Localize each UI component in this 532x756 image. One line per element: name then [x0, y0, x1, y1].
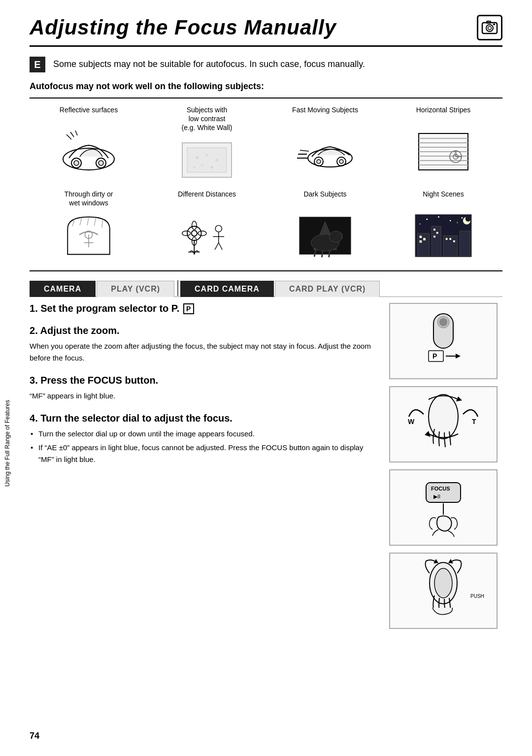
- svg-line-11: [70, 132, 74, 137]
- svg-point-18: [201, 164, 203, 166]
- svg-text:PUSH: PUSH: [470, 593, 484, 599]
- subject-img-dark-subjects: [291, 211, 360, 261]
- svg-point-86: [420, 224, 421, 225]
- svg-point-16: [206, 154, 208, 156]
- subject-img-horizontal-stripes: [409, 127, 478, 176]
- mode-tabs: CAMERA PLAY (VCR) CARD CAMERA CARD PLAY …: [30, 280, 502, 297]
- step-4-title: 4. Turn the selector dial to adjust the …: [30, 413, 379, 424]
- svg-rect-79: [446, 238, 448, 240]
- step-2-text: When you operate the zoom after adjustin…: [30, 340, 379, 364]
- subject-dirty-windows: Through dirty or wet windows: [30, 190, 148, 261]
- step-3-title: 3. Press the FOCUS button.: [30, 375, 379, 386]
- illus-zoom: W T: [389, 386, 498, 462]
- section-intro-row: E Some subjects may not be suitable for …: [30, 56, 502, 72]
- svg-point-57: [198, 231, 206, 236]
- svg-line-12: [75, 131, 77, 135]
- tab-play-vcr[interactable]: PLAY (VCR): [97, 281, 174, 297]
- svg-point-17: [215, 159, 218, 162]
- subject-img-low-contrast: [172, 135, 241, 185]
- subject-img-different-distances: [172, 211, 241, 261]
- svg-line-28: [300, 150, 309, 151]
- svg-rect-74: [420, 240, 422, 243]
- step-4-bullets: Turn the selector dial up or down until …: [30, 428, 379, 465]
- page-header: Adjusting the Focus Manually: [30, 15, 502, 47]
- svg-text:P: P: [432, 352, 437, 360]
- page-number: 74: [30, 731, 39, 741]
- tab-camera[interactable]: CAMERA: [30, 281, 96, 297]
- subjects-grid: Reflective surfaces: [30, 98, 502, 271]
- subject-horizontal-stripes: Horizontal Stripes: [384, 105, 502, 185]
- tab-card-play-vcr[interactable]: CARD PLAY (VCR): [275, 281, 380, 297]
- svg-rect-76: [433, 229, 435, 230]
- svg-marker-96: [456, 354, 461, 359]
- svg-line-66: [322, 251, 323, 257]
- section-badge: E: [30, 57, 45, 72]
- svg-line-51: [215, 243, 219, 250]
- svg-rect-81: [453, 240, 455, 242]
- svg-text:W: W: [408, 418, 415, 426]
- svg-point-9: [99, 161, 103, 165]
- svg-rect-80: [449, 238, 451, 240]
- tab-card-camera[interactable]: CARD CAMERA: [180, 281, 274, 297]
- svg-point-56: [192, 221, 197, 230]
- svg-rect-72: [460, 231, 470, 257]
- svg-line-52: [219, 243, 223, 250]
- svg-point-89: [466, 216, 471, 222]
- svg-line-43: [102, 220, 103, 228]
- svg-point-23: [317, 160, 321, 164]
- svg-rect-75: [423, 238, 426, 240]
- svg-text:▶II: ▶II: [433, 493, 440, 499]
- svg-line-10: [66, 134, 71, 139]
- subject-img-night-scenes: [409, 211, 478, 261]
- camera-icon: [477, 15, 502, 40]
- subject-label-night-scenes: Night Scenes: [423, 190, 464, 208]
- page: Using the Full Range of Features Adjusti…: [0, 0, 532, 756]
- svg-point-64: [330, 231, 343, 242]
- subject-label-horizontal-stripes: Horizontal Stripes: [416, 105, 471, 124]
- step-2: 2. Adjust the zoom. When you operate the…: [30, 325, 379, 364]
- svg-point-53: [187, 227, 201, 241]
- svg-point-15: [196, 156, 199, 159]
- step-1: 1. Set the program selector to P. P: [30, 303, 379, 315]
- subject-img-fast-moving: [291, 127, 360, 176]
- subject-night-scenes: Night Scenes: [384, 190, 502, 261]
- step-1-title: 1. Set the program selector to P. P: [30, 303, 379, 315]
- autofocus-section: Autofocus may not work well on the follo…: [30, 81, 502, 271]
- subject-label-reflective: Reflective surfaces: [60, 105, 118, 124]
- intro-text: Some subjects may not be suitable for au…: [53, 56, 365, 71]
- svg-rect-4: [493, 24, 495, 25]
- svg-rect-73: [420, 236, 422, 238]
- subjects-row-2: Through dirty or wet windows: [30, 190, 502, 261]
- autofocus-title: Autofocus may not work well on the follo…: [30, 81, 502, 92]
- svg-rect-70: [432, 227, 441, 257]
- svg-point-59: [182, 231, 191, 236]
- svg-point-92: [439, 318, 447, 326]
- subject-img-dirty-windows: [54, 211, 123, 261]
- svg-rect-14: [187, 148, 227, 172]
- subject-label-low-contrast: Subjects with low contrast (e.g. White W…: [182, 105, 233, 132]
- svg-line-41: [87, 218, 89, 226]
- main-content: 1. Set the program selector to P. P 2. A…: [30, 303, 502, 629]
- svg-point-106: [434, 568, 452, 598]
- svg-point-87: [457, 222, 458, 223]
- step-3: 3. Press the FOCUS button. “MF” appears …: [30, 375, 379, 402]
- subject-low-contrast: Subjects with low contrast (e.g. White W…: [148, 105, 266, 185]
- subject-img-reflective: [54, 127, 123, 176]
- subject-fast-moving: Fast Moving Subjects: [266, 105, 384, 185]
- svg-point-83: [438, 216, 439, 218]
- svg-rect-77: [436, 232, 438, 234]
- tab-divider: [177, 280, 178, 296]
- svg-point-19: [211, 166, 213, 168]
- step-4: 4. Turn the selector dial to adjust the …: [30, 413, 379, 465]
- svg-point-97: [429, 394, 458, 439]
- svg-point-85: [462, 217, 463, 219]
- instructions-panel: 1. Set the program selector to P. P 2. A…: [30, 303, 379, 629]
- svg-rect-69: [418, 233, 430, 257]
- svg-text:FOCUS: FOCUS: [431, 486, 450, 492]
- svg-point-48: [215, 226, 222, 232]
- p-symbol: P: [183, 303, 194, 314]
- svg-line-42: [94, 218, 96, 226]
- illus-program-selector: P: [389, 303, 498, 379]
- step-4-bullet-1: Turn the selector dial up or down until …: [30, 428, 379, 440]
- illus-focus-button: FOCUS ▶II: [389, 469, 498, 546]
